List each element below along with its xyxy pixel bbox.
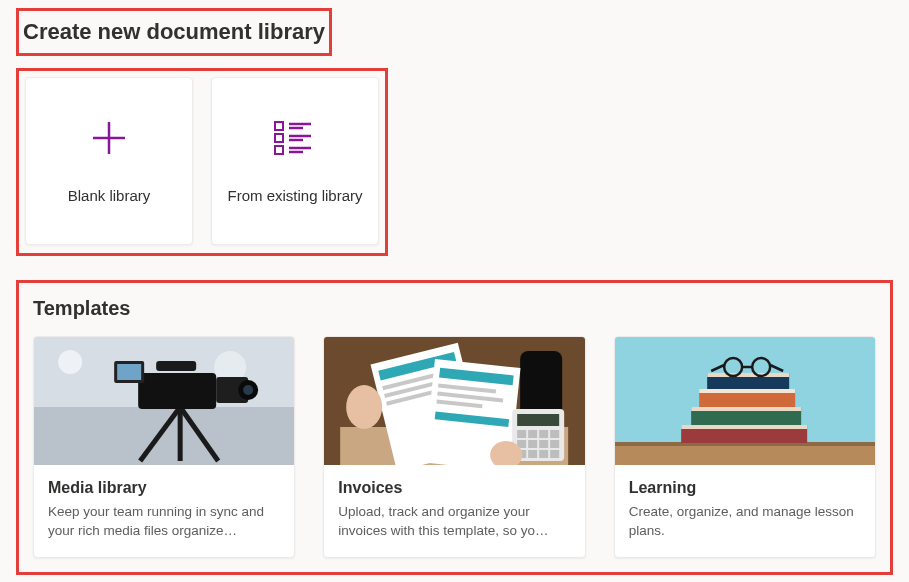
svg-rect-51 — [539, 450, 548, 458]
template-card-media-library[interactable]: Media library Keep your team running in … — [33, 336, 295, 558]
svg-rect-23 — [117, 364, 141, 380]
svg-rect-61 — [691, 407, 801, 411]
blank-library-card[interactable]: Blank library — [25, 77, 193, 245]
svg-rect-12 — [34, 407, 294, 465]
option-label: From existing library — [217, 186, 372, 206]
page-title: Create new document library — [16, 8, 332, 56]
svg-rect-47 — [539, 440, 548, 448]
template-title: Invoices — [338, 479, 570, 497]
svg-rect-43 — [539, 430, 548, 438]
svg-rect-18 — [138, 373, 216, 409]
template-desc: Upload, track and organize your invoices… — [338, 503, 570, 541]
template-title: Media library — [48, 479, 280, 497]
svg-rect-52 — [550, 450, 559, 458]
svg-rect-24 — [156, 361, 196, 371]
template-desc: Keep your team running in sync and your … — [48, 503, 280, 541]
svg-point-21 — [243, 385, 253, 395]
create-options-group: Blank library From existing library — [16, 68, 388, 256]
svg-rect-63 — [699, 389, 795, 393]
media-thumb — [34, 337, 294, 465]
templates-section: Templates — [16, 280, 893, 575]
svg-rect-59 — [681, 425, 807, 429]
learning-thumb — [615, 337, 875, 465]
svg-point-13 — [58, 350, 82, 374]
svg-point-53 — [346, 385, 382, 429]
from-existing-library-card[interactable]: From existing library — [211, 77, 379, 245]
template-card-learning[interactable]: Learning Create, organize, and manage le… — [614, 336, 876, 558]
svg-rect-2 — [275, 122, 283, 130]
template-card-invoices[interactable]: Invoices Upload, track and organize your… — [323, 336, 585, 558]
template-title: Learning — [629, 479, 861, 497]
svg-rect-50 — [528, 450, 537, 458]
svg-rect-3 — [275, 134, 283, 142]
template-desc: Create, organize, and manage lesson plan… — [629, 503, 861, 541]
svg-rect-65 — [707, 373, 789, 377]
svg-rect-46 — [528, 440, 537, 448]
svg-rect-48 — [550, 440, 559, 448]
svg-rect-56 — [615, 445, 875, 465]
option-label: Blank library — [58, 186, 161, 206]
svg-rect-4 — [275, 146, 283, 154]
templates-row: Media library Keep your team running in … — [33, 336, 876, 558]
plus-icon — [87, 116, 131, 160]
templates-heading: Templates — [33, 297, 876, 320]
svg-rect-42 — [528, 430, 537, 438]
svg-rect-40 — [517, 414, 559, 426]
from-existing-icon — [273, 116, 317, 160]
svg-rect-44 — [550, 430, 559, 438]
svg-rect-41 — [517, 430, 526, 438]
invoices-thumb — [324, 337, 584, 465]
